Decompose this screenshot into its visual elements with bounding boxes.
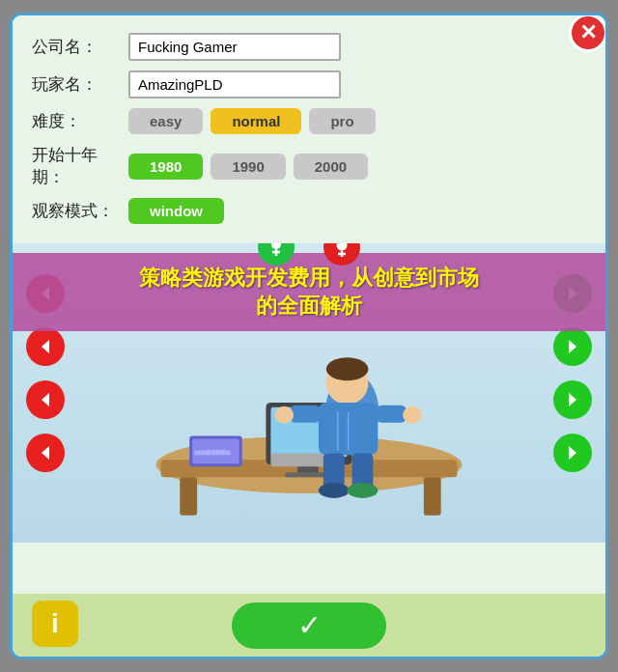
svg-point-30 <box>326 357 369 380</box>
decade-group: 1980 1990 2000 <box>128 154 368 180</box>
player-input[interactable] <box>128 70 341 98</box>
svg-point-0 <box>271 243 281 249</box>
close-icon: ✕ <box>579 20 597 45</box>
svg-rect-33 <box>376 406 407 423</box>
svg-rect-27 <box>194 450 231 455</box>
decade-1990-button[interactable]: 1990 <box>211 154 285 180</box>
svg-rect-32 <box>290 406 321 423</box>
form-area: 公司名： 玩家名： 难度： easy normal pro 开始十年期： 198… <box>13 15 605 243</box>
confirm-icon: ✓ <box>297 608 322 642</box>
close-button[interactable]: ✕ <box>569 14 607 52</box>
top-icons-group <box>258 243 360 266</box>
company-input[interactable] <box>128 33 341 61</box>
decade-2000-button[interactable]: 2000 <box>294 154 368 180</box>
difficulty-group: easy normal pro <box>128 108 376 134</box>
svg-point-35 <box>403 406 422 424</box>
banner-line1: 策略类游戏开发费用，从创意到市场 <box>28 265 590 293</box>
svg-rect-17 <box>180 477 197 516</box>
svg-rect-18 <box>424 477 441 516</box>
difficulty-normal-button[interactable]: normal <box>211 108 301 134</box>
difficulty-pro-button[interactable]: pro <box>309 108 375 134</box>
bottom-bar: i ✓ <box>13 594 605 657</box>
svg-point-34 <box>274 406 294 424</box>
green-top-icon[interactable] <box>258 243 295 266</box>
decade-1980-button[interactable]: 1980 <box>128 154 203 180</box>
scene-area: 策略类游戏开发费用，从创意到市场 的全面解析 <box>13 243 605 543</box>
company-label: 公司名： <box>32 36 128 58</box>
difficulty-easy-button[interactable]: easy <box>128 108 203 134</box>
red-top-icon[interactable] <box>323 243 360 266</box>
player-label: 玩家名： <box>32 73 128 96</box>
company-row: 公司名： <box>32 33 586 61</box>
view-row: 观察模式： window <box>32 198 586 224</box>
decade-row: 开始十年期： 1980 1990 2000 <box>32 144 586 188</box>
decade-label: 开始十年期： <box>32 144 128 188</box>
difficulty-label: 难度： <box>32 110 128 132</box>
svg-point-38 <box>319 483 350 498</box>
difficulty-row: 难度： easy normal pro <box>32 108 586 134</box>
confirm-button[interactable]: ✓ <box>232 602 386 649</box>
info-button[interactable]: i <box>32 601 78 647</box>
banner-line2: 的全面解析 <box>28 293 590 321</box>
svg-point-4 <box>337 243 348 251</box>
view-mode-button[interactable]: window <box>128 198 224 224</box>
main-window: ✕ 公司名： 玩家名： 难度： easy normal pro 开始十年期： 1… <box>10 13 608 659</box>
info-icon: i <box>51 608 59 639</box>
player-row: 玩家名： <box>32 70 586 98</box>
view-label: 观察模式： <box>32 200 128 222</box>
svg-point-39 <box>348 483 379 498</box>
